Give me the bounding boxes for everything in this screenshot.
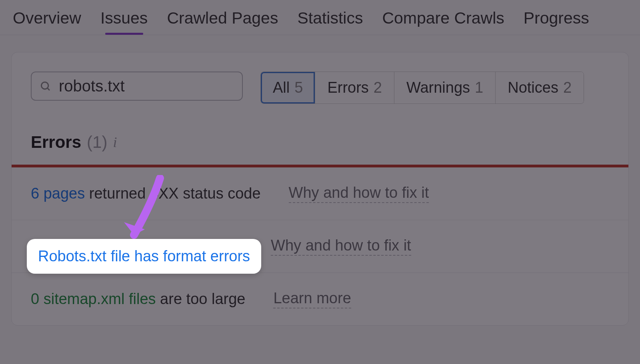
tab-statistics[interactable]: Statistics — [297, 9, 363, 28]
filter-count: 1 — [475, 79, 483, 96]
tab-progress[interactable]: Progress — [524, 9, 589, 28]
svg-line-1 — [47, 88, 50, 90]
issue-help-link[interactable]: Why and how to fix it — [289, 184, 429, 203]
panel-toolbar: All 5 Errors 2 Warnings 1 Notices 2 — [12, 52, 628, 133]
info-icon[interactable]: i — [113, 134, 117, 151]
issue-text: returned 4XX status code — [85, 185, 260, 202]
filter-label: Warnings — [406, 79, 470, 96]
issue-row: 0 sitemap.xml files are too large Learn … — [12, 273, 628, 325]
section-label: Errors — [31, 133, 81, 152]
issue-link[interactable]: 6 pages — [31, 185, 85, 202]
issue-link[interactable]: 0 sitemap.xml files — [31, 290, 156, 307]
filter-label: Notices — [508, 79, 558, 96]
search-input-wrap[interactable] — [31, 72, 243, 101]
issue-help-link[interactable]: Why and how to fix it — [271, 237, 411, 256]
filter-count: 2 — [563, 79, 572, 96]
filter-count: 5 — [294, 79, 303, 96]
highlight-callout[interactable]: Robots.txt file has format errors — [27, 239, 261, 274]
filter-label: All — [273, 79, 290, 96]
filter-all[interactable]: All 5 — [261, 72, 315, 103]
section-count: (1) — [87, 133, 107, 152]
filter-label: Errors — [327, 79, 368, 96]
tab-bar: Overview Issues Crawled Pages Statistics… — [0, 0, 640, 35]
issues-panel: All 5 Errors 2 Warnings 1 Notices 2 Erro… — [11, 52, 629, 326]
errors-section-header: Errors (1) i — [12, 133, 628, 165]
filter-warnings[interactable]: Warnings 1 — [394, 72, 496, 103]
tab-overview[interactable]: Overview — [13, 9, 81, 28]
svg-point-0 — [41, 82, 48, 89]
issue-row: 6 pages returned 4XX status code Why and… — [12, 167, 628, 220]
filter-count: 2 — [374, 79, 382, 96]
filter-notices[interactable]: Notices 2 — [496, 72, 584, 103]
tab-issues[interactable]: Issues — [100, 9, 148, 28]
issue-help-link[interactable]: Learn more — [273, 290, 351, 308]
issue-title: 6 pages returned 4XX status code — [31, 185, 261, 202]
filter-group: All 5 Errors 2 Warnings 1 Notices 2 — [260, 72, 584, 104]
issue-text: are too large — [156, 290, 246, 307]
search-icon — [40, 80, 52, 92]
tab-crawled-pages[interactable]: Crawled Pages — [167, 9, 278, 28]
issue-title: 0 sitemap.xml files are too large — [31, 290, 245, 308]
error-divider — [12, 165, 628, 167]
filter-errors[interactable]: Errors 2 — [315, 72, 394, 103]
search-input[interactable] — [59, 77, 261, 95]
tab-compare-crawls[interactable]: Compare Crawls — [382, 9, 504, 28]
